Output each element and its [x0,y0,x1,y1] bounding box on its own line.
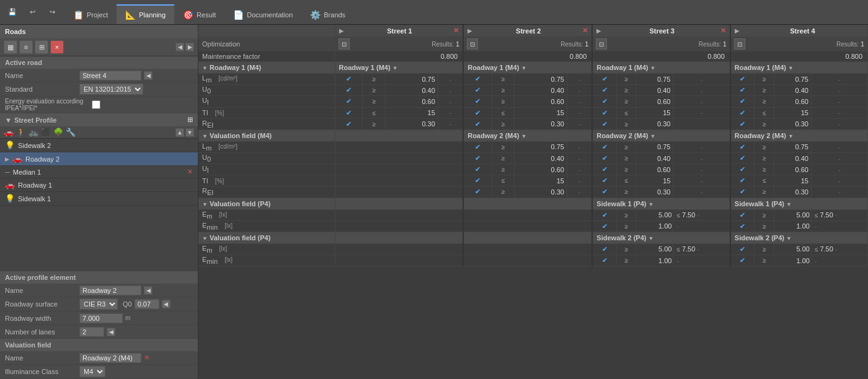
s4-sw2-check-0[interactable]: ✔ [730,243,755,255]
street4-opt: ⊡ [730,37,774,51]
tab-brands[interactable]: ⚙️ Brands [301,4,354,24]
s2-r2-check-0[interactable]: ✔ [463,141,492,152]
vf-p4-expand[interactable]: ▼ [202,201,208,207]
s4-sw2-check-1[interactable]: ✔ [730,255,755,266]
s4-r2-check-1[interactable]: ✔ [730,152,755,163]
street3-close-btn[interactable]: ✕ [720,27,726,35]
standard-select[interactable]: EN 13201:2015 [79,84,143,95]
s1-check-2[interactable]: ✔ [335,96,363,107]
s2-check-4[interactable]: ✔ [463,118,492,129]
save-icon[interactable]: 💾 [4,4,21,21]
tab-planning[interactable]: 📐 Planning [117,4,174,24]
toolbar-btn-2[interactable]: ≡ [19,40,33,54]
close-button[interactable]: × [50,40,64,54]
street1-close-btn[interactable]: ✕ [453,27,459,35]
s1-check-1[interactable]: ✔ [335,85,363,96]
s2-check-3[interactable]: ✔ [463,107,492,118]
street3-opt-icon[interactable]: ⊡ [596,38,607,50]
street3-expand-icon[interactable]: ▶ [596,28,601,34]
panel-scroll-left[interactable]: ◀ [175,43,184,51]
street4-expand-icon[interactable]: ▶ [735,28,739,34]
s3-check-1[interactable]: ✔ [592,85,616,96]
profile-down-arrow[interactable]: ▼ [185,128,194,137]
street4-opt-icon[interactable]: ⊡ [734,38,745,50]
roadway-surface-select[interactable]: CIE R3 [79,298,118,310]
tree-item-median1[interactable]: ─ Median 1 ✕ [0,166,198,178]
s2-check-2[interactable]: ✔ [463,96,492,107]
street1-opt-icon[interactable]: ⊡ [339,38,350,50]
street2-opt-icon[interactable]: ⊡ [467,38,478,50]
toolbar-btn-1[interactable]: ▦ [4,40,17,54]
vf-m4-expand[interactable]: ▼ [202,133,208,139]
q0-nav[interactable]: ◀ [162,300,170,308]
s3-r2-check-1[interactable]: ✔ [592,152,616,163]
num-lanes-nav[interactable]: ◀ [107,328,115,336]
name-input[interactable] [79,71,141,81]
s3-sw2-check-1[interactable]: ✔ [592,255,616,266]
s4-r2-check-2[interactable]: ✔ [730,164,755,175]
s4-r2-check-0[interactable]: ✔ [730,141,755,152]
tab-documentation[interactable]: 📄 Documentation [224,4,301,24]
s4-check-0[interactable]: ✔ [730,74,755,85]
street2-close-btn[interactable]: ✕ [582,27,588,35]
s2-r2-check-4[interactable]: ✔ [463,186,492,198]
profile-name-nav[interactable]: ◀ [144,286,153,295]
s2-r2-check-1[interactable]: ✔ [463,152,492,163]
s3-check-4[interactable]: ✔ [592,118,616,129]
street2-expand-icon[interactable]: ▶ [467,28,472,34]
s4-check-2[interactable]: ✔ [730,96,755,107]
profile-collapse-icon[interactable]: ▼ [5,116,12,124]
profile-expand-btn[interactable]: ⊞ [187,116,193,124]
s3-r2-check-0[interactable]: ✔ [592,141,616,152]
street1-expand-icon[interactable]: ▶ [339,28,343,34]
s1-check-3[interactable]: ✔ [335,107,363,118]
s3-r2-check-4[interactable]: ✔ [592,186,616,198]
tree-item-roadway2[interactable]: ▶ 🚗 Roadway 2 [0,152,198,166]
tree-item-sidewalk1[interactable]: 💡 Sidewalk 1 [0,192,198,206]
profile-name-input[interactable] [79,285,141,295]
redo-icon[interactable]: ↪ [43,4,61,21]
s3-r2-check-3[interactable]: ✔ [592,175,616,186]
s3-check-2[interactable]: ✔ [592,96,616,107]
s4-check-4[interactable]: ✔ [730,118,755,129]
s4-r2-check-3[interactable]: ✔ [730,175,755,186]
val-name-input[interactable] [79,353,141,363]
s2-r2-check-2[interactable]: ✔ [463,164,492,175]
energy-checkbox[interactable] [92,100,100,109]
tab-result[interactable]: 🎯 Result [174,4,224,24]
s4-check-3[interactable]: ✔ [730,107,755,118]
s2-check-1[interactable]: ✔ [463,85,492,96]
median1-delete-btn[interactable]: ✕ [187,168,193,176]
vf-p4-2-expand[interactable]: ▼ [202,235,208,242]
s3-sw1-check-1[interactable]: ✔ [592,220,616,232]
profile-up-arrow[interactable]: ▲ [175,128,184,137]
roadway-width-input[interactable] [79,313,123,323]
tree-item-roadway1[interactable]: 🚗 Roadway 1 [0,178,198,192]
q0-input[interactable] [135,299,159,309]
s3-sw2-check-0[interactable]: ✔ [592,243,616,255]
illuminance-select[interactable]: M4 [79,366,105,377]
s4-sw1-check-1[interactable]: ✔ [730,220,755,232]
s2-check-0[interactable]: ✔ [463,74,492,85]
s1-check-4[interactable]: ✔ [335,118,363,129]
s1-check-0[interactable]: ✔ [335,74,363,85]
left-panel: Roads ▦ ≡ ⊞ × ◀ ▶ Active road Name [0,25,198,379]
toolbar-btn-3[interactable]: ⊞ [35,40,48,54]
name-nav-arrow[interactable]: ◀ [144,71,153,80]
s4-sw1-check-0[interactable]: ✔ [730,209,755,220]
s3-sw1-check-0[interactable]: ✔ [592,209,616,220]
tree-item-sidewalk2[interactable]: 💡 Sidewalk 2 [0,139,198,152]
s1-dash-3: - [438,107,463,118]
num-lanes-input[interactable] [79,327,104,337]
s4-check-1[interactable]: ✔ [730,85,755,96]
undo-icon[interactable]: ↩ [24,4,41,21]
s4-r2-check-4[interactable]: ✔ [730,186,755,198]
s3-check-3[interactable]: ✔ [592,107,616,118]
s3-check-0[interactable]: ✔ [592,74,616,85]
tab-project[interactable]: 📋 Project [64,4,117,24]
val-name-delete[interactable]: ✕ [144,354,149,362]
roadway1-m4-expand[interactable]: ▼ [202,65,208,71]
s3-r2-check-2[interactable]: ✔ [592,164,616,175]
s2-r2-check-3[interactable]: ✔ [463,175,492,186]
panel-scroll-right[interactable]: ▶ [185,43,194,51]
